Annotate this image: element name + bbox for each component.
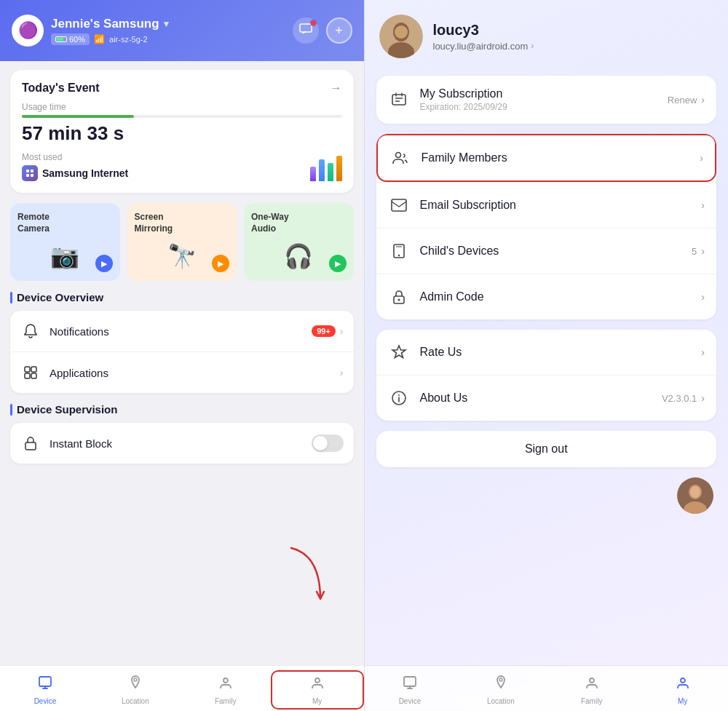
quick-actions: RemoteCamera 📷 ▶ ScreenMirroring 🔭 ▶ One… xyxy=(10,203,354,281)
profile-section: loucy3 loucy.liu@airdroid.com › xyxy=(376,15,717,58)
profile-name: loucy3 xyxy=(433,22,714,39)
applications-right: › xyxy=(340,367,344,378)
profile-email-row[interactable]: loucy.liu@airdroid.com › xyxy=(433,41,714,52)
device-overview-card: Notifications 99+ › Applications xyxy=(10,311,354,393)
screen-mirroring-card[interactable]: ScreenMirroring 🔭 ▶ xyxy=(127,203,237,281)
audio-play-btn[interactable]: ▶ xyxy=(329,255,347,272)
admin-code-right: › xyxy=(701,291,705,303)
svg-point-21 xyxy=(395,153,400,158)
svg-point-13 xyxy=(315,678,320,683)
one-way-audio-label: One-WayAudio xyxy=(251,212,289,234)
camera-play-btn[interactable]: ▶ xyxy=(95,255,113,272)
app-logo: 🟣 xyxy=(12,15,44,47)
right-nav-device[interactable]: Device xyxy=(365,672,456,708)
left-header: 🟣 Jennie's Samsung ▼ 60% 📶 air-sz-5g-2 xyxy=(0,0,364,61)
battery-bar-icon xyxy=(55,36,67,42)
ssid-text: air-sz-5g-2 xyxy=(109,35,148,44)
mirroring-play-btn[interactable]: ▶ xyxy=(212,255,229,272)
svg-point-24 xyxy=(397,255,399,256)
notifications-item[interactable]: Notifications 99+ › xyxy=(10,311,354,351)
one-way-audio-card[interactable]: One-WayAudio 🎧 ▶ xyxy=(244,203,354,281)
applications-chevron: › xyxy=(340,367,344,378)
instant-block-item[interactable]: Instant Block xyxy=(10,423,354,464)
subscription-icon xyxy=(388,89,410,111)
event-arrow-icon[interactable]: → xyxy=(331,82,342,95)
binoculars-icon: 🔭 xyxy=(167,242,197,270)
right-family-nav-icon xyxy=(584,675,600,695)
device-info: Jennie's Samsung ▼ 60% 📶 air-sz-5g-2 xyxy=(51,17,285,45)
svg-point-37 xyxy=(590,678,594,683)
illus-bar-1 xyxy=(310,167,316,181)
left-nav-family-label: Family xyxy=(215,697,236,705)
family-members-item[interactable]: Family Members › xyxy=(376,134,717,182)
event-header: Today's Event → xyxy=(22,82,342,95)
right-nav-my[interactable]: My xyxy=(637,672,728,708)
subscription-label-group: My Subscription Expiration: 2025/09/29 xyxy=(420,87,657,112)
message-icon xyxy=(299,23,312,38)
right-nav-location[interactable]: Location xyxy=(455,672,546,708)
family-members-chevron: › xyxy=(700,152,703,164)
svg-rect-22 xyxy=(392,199,406,211)
message-button[interactable] xyxy=(293,17,319,44)
rate-us-item[interactable]: Rate Us › xyxy=(376,330,717,375)
email-subscription-item[interactable]: Email Subscription › xyxy=(376,182,717,228)
svg-rect-4 xyxy=(31,174,33,177)
childs-devices-count: 5 xyxy=(692,246,697,257)
admin-code-item[interactable]: Admin Code › xyxy=(376,274,717,319)
device-status: 60% 📶 air-sz-5g-2 xyxy=(51,33,285,45)
right-nav-family-label: Family xyxy=(581,697,602,705)
family-nav-icon xyxy=(218,675,234,695)
header-icons: + xyxy=(293,17,352,44)
svg-rect-5 xyxy=(25,367,30,372)
renew-label: Renew xyxy=(668,95,697,106)
section-accent-1 xyxy=(10,292,12,303)
right-device-nav-icon xyxy=(402,675,418,695)
left-nav-family[interactable]: Family xyxy=(181,672,271,708)
svg-point-27 xyxy=(397,299,400,301)
svg-rect-8 xyxy=(31,373,36,378)
add-button[interactable]: + xyxy=(326,17,352,44)
signout-section: Sign out xyxy=(376,431,717,467)
right-panel: loucy3 loucy.liu@airdroid.com › xyxy=(365,0,729,711)
left-nav-location[interactable]: Location xyxy=(90,672,181,708)
applications-label: Applications xyxy=(50,367,331,379)
lock-icon xyxy=(20,433,41,453)
childs-devices-chevron: › xyxy=(701,245,705,257)
svg-rect-1 xyxy=(26,170,29,172)
childs-devices-label: Child's Devices xyxy=(420,245,682,258)
childs-devices-right: 5 › xyxy=(692,245,705,257)
childs-devices-item[interactable]: Child's Devices 5 › xyxy=(376,228,717,274)
right-nav-family[interactable]: Family xyxy=(546,672,637,708)
add-icon: + xyxy=(335,23,343,39)
signout-button[interactable]: Sign out xyxy=(376,431,717,467)
device-name-row[interactable]: Jennie's Samsung ▼ xyxy=(51,17,285,31)
svg-point-34 xyxy=(690,486,700,498)
today-event-card: Today's Event → Usage time 57 min 33 s M… xyxy=(10,70,354,193)
notifications-chevron: › xyxy=(340,325,344,337)
right-my-nav-icon xyxy=(675,675,691,695)
remote-camera-card[interactable]: RemoteCamera 📷 ▶ xyxy=(10,203,120,281)
app-name: Samsung Internet xyxy=(42,167,128,179)
email-icon xyxy=(388,194,410,216)
svg-rect-0 xyxy=(300,24,312,32)
applications-item[interactable]: Applications › xyxy=(10,351,354,393)
instant-block-toggle[interactable] xyxy=(312,434,344,452)
right-nav-device-label: Device xyxy=(399,697,422,705)
wifi-icon: 📶 xyxy=(94,34,105,44)
subscription-item[interactable]: My Subscription Expiration: 2025/09/29 R… xyxy=(376,76,717,124)
subscription-chevron: › xyxy=(701,94,705,106)
left-nav-device[interactable]: Device xyxy=(0,672,90,708)
message-notif-dot xyxy=(310,20,317,26)
about-us-item[interactable]: About Us V2.3.0.1 › xyxy=(376,375,717,421)
most-used-section: Most used Samsung Internet xyxy=(22,152,128,181)
left-nav-my[interactable]: My xyxy=(271,670,364,710)
right-nav-location-label: Location xyxy=(487,697,515,705)
svg-rect-10 xyxy=(39,677,51,686)
device-nav-icon xyxy=(37,675,53,695)
svg-point-30 xyxy=(398,394,400,396)
location-nav-icon xyxy=(127,675,143,695)
device-overview-header: Device Overview xyxy=(10,291,354,303)
screen-mirroring-label: ScreenMirroring xyxy=(135,212,173,234)
illus-bar-3 xyxy=(328,163,333,181)
my-nav-icon xyxy=(309,675,325,695)
